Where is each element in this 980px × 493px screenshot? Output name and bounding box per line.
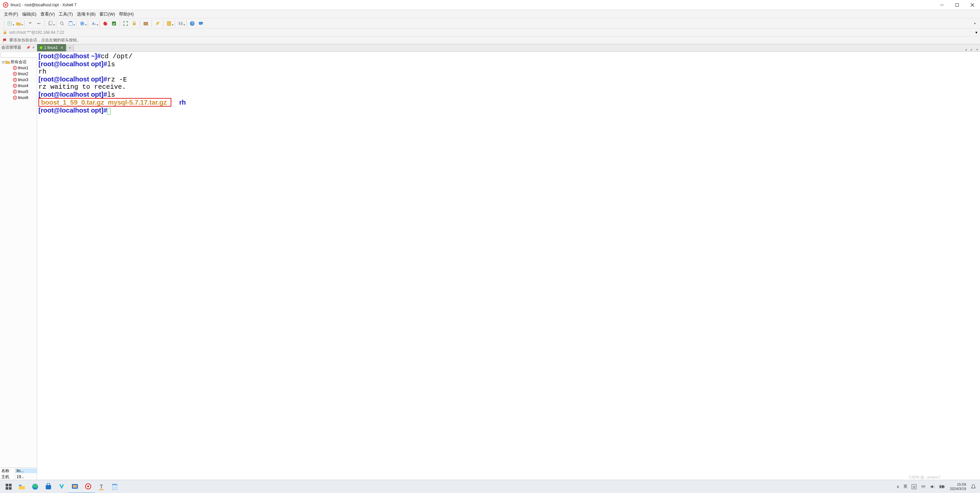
taskbar-xshell[interactable]: [81, 480, 95, 493]
detail-host-label: 主机: [0, 474, 15, 480]
session-icon: [13, 78, 17, 82]
globe-button[interactable]: [78, 20, 86, 27]
tree-root[interactable]: ⊟ 所有会话: [0, 59, 37, 65]
start-button[interactable]: [2, 480, 15, 493]
pin-icon[interactable]: 📌: [26, 46, 30, 50]
reconnect-button[interactable]: [27, 20, 34, 27]
properties-button[interactable]: [142, 20, 150, 27]
pane-close-icon[interactable]: ✕: [32, 46, 35, 50]
menu-file[interactable]: 文件(F): [3, 11, 19, 18]
session-icon: [13, 89, 17, 94]
svg-point-44: [14, 97, 16, 98]
xshell-logo-button[interactable]: [102, 20, 109, 27]
fullscreen-button[interactable]: [122, 20, 129, 27]
svg-rect-46: [9, 484, 11, 487]
session-item-linux1[interactable]: linux1: [0, 65, 37, 71]
terminal[interactable]: [root@localhost ~]#cd /opt/ [root@localh…: [37, 52, 980, 480]
tray-volume-icon[interactable]: [928, 480, 937, 493]
session-item-linux3[interactable]: linux3: [0, 77, 37, 83]
svg-rect-26: [179, 22, 180, 25]
session-item-linux2[interactable]: linux2: [0, 71, 37, 77]
svg-point-36: [14, 73, 16, 75]
connected-indicator-icon: [40, 46, 43, 49]
svg-rect-23: [133, 23, 135, 25]
svg-point-1: [5, 4, 6, 6]
tab-nav-right[interactable]: ▸: [969, 48, 974, 51]
open-folder-button[interactable]: [15, 20, 22, 27]
svg-point-11: [60, 22, 63, 24]
tab-close-icon[interactable]: ✕: [60, 46, 63, 50]
menu-window[interactable]: 窗口(W): [98, 11, 116, 18]
new-tab-button[interactable]: ＋: [66, 44, 73, 51]
session-item-label: linux2: [18, 71, 28, 76]
paste-button[interactable]: [67, 20, 74, 27]
session-tree: ⊟ 所有会话 linux1linux2linux3linux4linux5lin…: [0, 58, 37, 468]
session-item-linux6[interactable]: linux6: [0, 95, 37, 101]
tray-notifications-icon[interactable]: [969, 480, 978, 493]
tray-clock[interactable]: 15:59 2024/3/19: [947, 482, 969, 491]
tray-battery-icon[interactable]: [937, 480, 947, 493]
new-session-button[interactable]: +: [6, 20, 14, 27]
tab-linux1[interactable]: 1 linux1 ✕: [37, 44, 66, 51]
menu-edit[interactable]: 编辑(E): [21, 11, 38, 18]
session-manager-title: 会话管理器: [1, 45, 21, 50]
main-toolbar: + AA ⇄ ? ▾: [0, 19, 980, 29]
tray-ime-lang[interactable]: 英: [902, 480, 909, 493]
menu-view[interactable]: 查看(V): [39, 11, 56, 18]
tray-overflow-button[interactable]: ∧: [894, 480, 902, 493]
layout-button[interactable]: [177, 20, 184, 27]
svg-text:T: T: [100, 484, 103, 490]
svg-rect-54: [73, 485, 77, 488]
session-item-label: linux1: [18, 65, 28, 70]
svg-rect-47: [6, 487, 8, 490]
menu-tools[interactable]: 工具(T): [57, 11, 74, 18]
search-button[interactable]: [58, 20, 65, 27]
session-manager-header: 会话管理器 📌 ✕: [0, 44, 37, 51]
toolbar-overflow-button[interactable]: ▾: [972, 22, 977, 25]
tray-ime-icon[interactable]: 拼: [909, 480, 919, 493]
taskbar-notepad[interactable]: [108, 480, 121, 493]
svg-rect-49: [19, 485, 22, 486]
session-item-linux5[interactable]: linux5: [0, 89, 37, 95]
svg-point-8: [38, 23, 40, 24]
address-dropdown-button[interactable]: ▾: [975, 30, 977, 35]
taskbar-explorer[interactable]: [15, 480, 29, 493]
svg-rect-60: [112, 484, 117, 485]
copy-button[interactable]: [47, 20, 54, 27]
close-button[interactable]: [965, 0, 980, 10]
help-button[interactable]: ?: [189, 20, 196, 27]
script-button[interactable]: [165, 20, 173, 27]
windows-taskbar: T ∧ 英 拼 15:59 2024/3/19: [0, 480, 980, 493]
session-detail-table: 名称lin... 主机19...: [0, 468, 37, 480]
taskbar-vmware[interactable]: [68, 480, 81, 493]
menu-help[interactable]: 帮助(H): [118, 11, 135, 18]
tree-root-label: 所有会话: [11, 59, 27, 65]
taskbar-store[interactable]: [42, 480, 55, 493]
tray-wifi-icon[interactable]: [919, 480, 928, 493]
svg-point-34: [14, 67, 16, 68]
svg-point-56: [87, 485, 89, 487]
menu-tabs[interactable]: 选项卡(B): [76, 11, 97, 18]
session-item-label: linux6: [18, 95, 28, 100]
feedback-button[interactable]: [197, 20, 205, 27]
tab-nav-left[interactable]: ◂: [963, 48, 969, 51]
taskbar-text[interactable]: T: [95, 480, 108, 493]
tab-list-button[interactable]: ▾: [974, 48, 980, 51]
font-button[interactable]: AA: [90, 20, 97, 27]
xftp-button[interactable]: ⇄: [110, 20, 118, 27]
taskbar-app-v[interactable]: [55, 480, 68, 493]
collapse-icon[interactable]: ⊟: [1, 60, 5, 64]
lock-icon: [3, 30, 7, 35]
disconnect-button[interactable]: [35, 20, 43, 27]
lock-button[interactable]: [130, 20, 138, 27]
taskbar-edge[interactable]: [29, 480, 42, 493]
svg-point-40: [14, 85, 16, 86]
address-text[interactable]: ssh://root:***@192.168.94.7:22: [9, 30, 64, 35]
svg-rect-14: [70, 21, 72, 22]
tab-label: 1 linux1: [44, 45, 58, 50]
svg-text:拼: 拼: [913, 485, 916, 489]
maximize-button[interactable]: [950, 0, 965, 10]
minimize-button[interactable]: [934, 0, 950, 10]
session-item-linux4[interactable]: linux4: [0, 83, 37, 89]
highlight-button[interactable]: [154, 20, 161, 27]
